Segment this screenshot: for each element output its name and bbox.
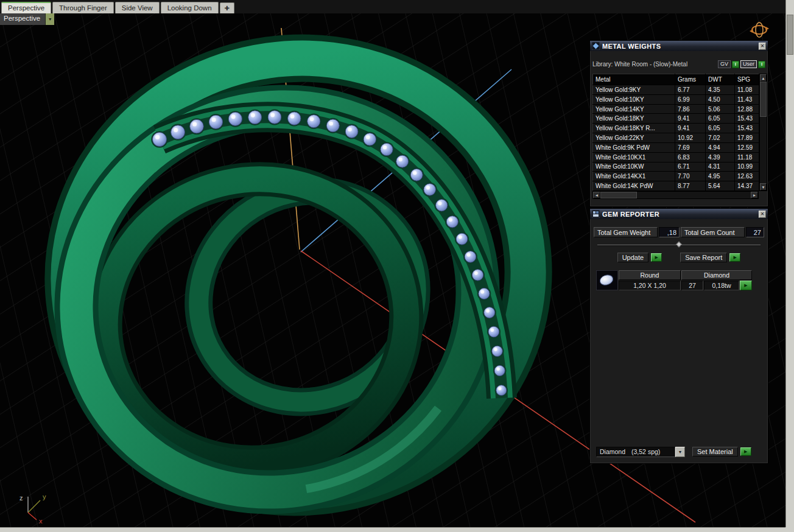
scroll-right-icon[interactable]: ► [751,192,758,198]
cell-spg: 15.43 [735,124,759,133]
cell-metal: White Gold:10KX1 [593,152,675,162]
cell-metal: White Gold:14K PdW [593,181,675,191]
gem-thumbnail[interactable] [596,270,618,290]
col-grams[interactable]: Grams [675,74,706,85]
table-row[interactable]: White Gold:10KX1 6.83 4.39 11.18 [593,152,759,162]
slider-thumb[interactable] [676,242,682,248]
window-vertical-scrollbar[interactable] [785,0,794,527]
y-axis-label: y [43,493,46,500]
cell-metal: White Gold:9K PdW [593,142,675,152]
table-horizontal-scrollbar[interactable]: ◄ ► [592,191,759,199]
cell-spg: 11.18 [735,152,759,162]
scroll-up-icon[interactable]: ▲ [760,74,767,82]
cell-metal: White Gold:10KW [593,162,675,172]
close-icon[interactable]: ✕ [759,43,766,50]
col-metal[interactable]: Metal [593,74,675,85]
cell-grams: 7.70 [675,172,706,181]
cell-grams: 6.77 [675,85,706,95]
panel-title: METAL WEIGHTS [602,43,756,50]
material-row: Diamond (3,52 spg) ▼ Set Material ▶ [596,446,763,457]
scroll-down-icon[interactable]: ▼ [760,183,767,191]
window-horizontal-scrollbar[interactable] [0,527,785,532]
cell-spg: 14.37 [735,181,759,191]
cell-dwt: 7.02 [706,133,735,143]
user-button[interactable]: User [740,60,757,68]
cell-spg: 12.59 [735,142,759,152]
z-axis-label: z [19,494,23,502]
metal-weights-icon [592,42,600,50]
view-tab-bar: Perspective Through Finger Side View Loo… [0,0,785,13]
gem-count-cell: 27 [681,281,703,290]
scrollbar-corner [785,527,794,532]
col-spg[interactable]: SPG [735,74,759,85]
add-view-tab[interactable]: ✚ [220,2,234,13]
tab-side-view[interactable]: Side View [115,2,160,13]
cell-dwt: 6.05 [706,124,735,133]
tab-through-finger[interactable]: Through Finger [52,2,114,13]
gv-info-icon[interactable]: i [732,61,739,68]
set-material-button[interactable]: Set Material [692,447,738,457]
metal-weights-table: Metal Grams DWT SPG Yellow Gold:9KY 6.77… [592,74,759,191]
tab-looking-down[interactable]: Looking Down [161,2,219,13]
gem-row-play-icon[interactable]: ▶ [740,281,752,290]
library-label: Library: White Room - (Slow)-Metal [592,61,717,68]
library-row: Library: White Room - (Slow)-Metal GV i … [592,60,765,69]
viewport-title-menu[interactable]: Perspective ▼ [0,13,54,25]
hscroll-thumb[interactable] [600,192,637,198]
cell-dwt: 4.39 [706,152,735,162]
gem-totals-row: Total Gem Weight ,18 Total Gem Count 27 [594,227,764,237]
gem-reporter-titlebar[interactable]: GEM REPORTER ✕ [590,209,768,219]
update-button[interactable]: Update [617,253,648,262]
material-dropdown[interactable]: Diamond (3,52 spg) [596,447,675,457]
close-icon[interactable]: ✕ [759,211,766,218]
table-row[interactable]: White Gold:14KX1 7.70 4.95 12.63 [593,172,759,181]
col-dwt[interactable]: DWT [706,74,735,85]
save-report-button[interactable]: Save Report [680,253,727,262]
material-dropdown-spg: (3,52 spg) [631,448,660,455]
window-vscroll-thumb[interactable] [787,15,793,55]
cell-grams: 7.86 [675,104,706,114]
cell-spg: 10.99 [735,162,759,172]
gv-button[interactable]: GV [718,60,731,68]
metal-weights-titlebar[interactable]: METAL WEIGHTS ✕ [590,41,768,51]
gem-actions-row: Update ▶ Save Report ▶ [590,253,768,262]
cell-grams: 9.41 [675,124,706,133]
dropdown-caret-icon[interactable]: ▼ [675,447,685,457]
viewport-title: Perspective [0,13,45,25]
table-row[interactable]: Yellow Gold:18KY 9.41 6.05 15.43 [593,114,759,124]
cell-spg: 17.89 [735,133,759,143]
gem-slider[interactable] [596,242,762,248]
panel-title: GEM REPORTER [602,211,756,218]
vscroll-thumb[interactable] [760,82,767,117]
total-gem-count-value[interactable]: 27 [746,227,764,237]
table-row[interactable]: Yellow Gold:10KY 6.99 4.50 11.43 [593,94,759,104]
material-dropdown-value: Diamond [600,448,625,455]
cell-dwt: 5.64 [706,181,735,191]
cell-spg: 11.43 [735,94,759,104]
table-header-row: Metal Grams DWT SPG [593,74,759,85]
gem-reporter-panel: GEM REPORTER ✕ Total Gem Weight ,18 Tota… [589,208,768,464]
table-vertical-scrollbar[interactable]: ▲ ▼ [759,74,767,191]
table-row[interactable]: Yellow Gold:22KY 10.92 7.02 17.89 [593,133,759,143]
tab-perspective[interactable]: Perspective [1,2,51,13]
gem-summary-table: Round Diamond 1,20 X 1,20 27 0,18tw ▶ [596,270,768,290]
chevron-down-icon[interactable]: ▼ [45,13,54,25]
save-report-play-icon[interactable]: ▶ [729,253,740,262]
table-row[interactable]: Yellow Gold:14KY 7.86 5.06 12.88 [593,104,759,114]
gem-material-header: Diamond [681,270,752,280]
table-row[interactable]: Yellow Gold:9KY 6.77 4.35 11.08 [593,85,759,95]
update-play-icon[interactable]: ▶ [651,253,662,262]
table-row[interactable]: Yellow Gold:18KY R... 9.41 6.05 15.43 [593,124,759,133]
cell-spg: 15.43 [735,114,759,124]
cell-dwt: 4.31 [706,162,735,172]
cell-dwt: 4.94 [706,142,735,152]
cell-grams: 10.92 [675,133,706,143]
user-info-icon[interactable]: i [758,61,765,68]
table-row[interactable]: White Gold:14K PdW 8.77 5.64 14.37 [593,181,759,191]
set-material-play-icon[interactable]: ▶ [740,447,751,456]
cell-grams: 6.99 [675,94,706,104]
total-gem-weight-value[interactable]: ,18 [659,227,680,237]
table-row[interactable]: White Gold:9K PdW 7.69 4.94 12.59 [593,142,759,152]
table-row[interactable]: White Gold:10KW 6.71 4.31 10.99 [593,162,759,172]
scroll-left-icon[interactable]: ◄ [593,192,600,198]
